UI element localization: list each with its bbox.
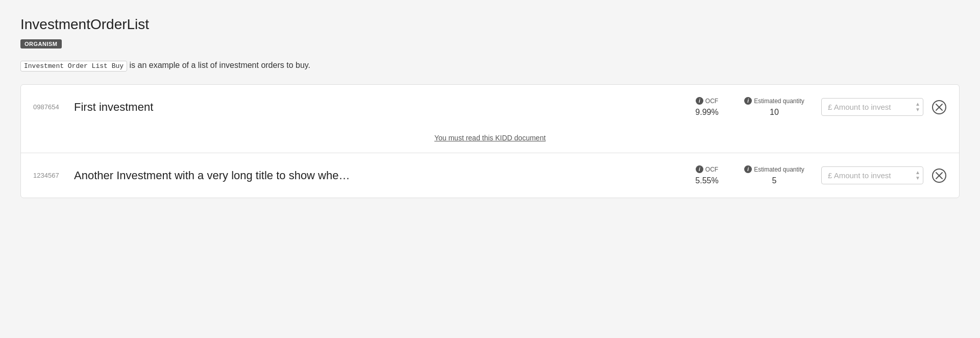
quantity-value-2: 5 bbox=[772, 176, 777, 185]
close-button-1[interactable] bbox=[932, 100, 947, 115]
row-main-1: 0987654 First investment i OCF 9.99% i E… bbox=[21, 85, 959, 129]
page-title: InvestmentOrderList bbox=[20, 16, 960, 33]
quantity-info-icon-2: i bbox=[744, 165, 752, 173]
investment-name-2: Another Investment with a very long titl… bbox=[74, 169, 687, 182]
investment-row: 0987654 First investment i OCF 9.99% i E… bbox=[21, 85, 959, 153]
investment-order-list: 0987654 First investment i OCF 9.99% i E… bbox=[20, 84, 960, 198]
amount-spinner-1: ▲ ▼ bbox=[915, 102, 920, 112]
quantity-label-1: i Estimated quantity bbox=[744, 97, 804, 105]
quantity-info-icon-1: i bbox=[744, 97, 752, 105]
page-description: Investment Order List Buy is an example … bbox=[20, 61, 960, 70]
quantity-label-2: i Estimated quantity bbox=[744, 165, 804, 173]
ocf-value-1: 9.99% bbox=[695, 108, 718, 117]
amount-input-wrap-1: ▲ ▼ bbox=[821, 98, 923, 116]
investment-name-1: First investment bbox=[74, 101, 687, 114]
quantity-section-1: i Estimated quantity 10 bbox=[744, 97, 805, 117]
ocf-section-2: i OCF 5.55% bbox=[687, 165, 727, 185]
code-snippet: Investment Order List Buy bbox=[20, 61, 127, 71]
spinner-up-2[interactable]: ▲ bbox=[915, 170, 920, 175]
row-main-2: 1234567 Another Investment with a very l… bbox=[21, 153, 959, 198]
amount-input-wrap-2: ▲ ▼ bbox=[821, 166, 923, 184]
kidd-link-row-1: You must read this KIDD document bbox=[21, 129, 959, 153]
amount-input-1[interactable] bbox=[821, 98, 923, 116]
ocf-value-2: 5.55% bbox=[695, 176, 718, 185]
quantity-value-1: 10 bbox=[770, 108, 779, 117]
investment-id-2: 1234567 bbox=[33, 172, 74, 179]
spinner-down-1[interactable]: ▼ bbox=[915, 107, 920, 112]
organism-badge: ORGANISM bbox=[20, 39, 62, 49]
investment-row-2: 1234567 Another Investment with a very l… bbox=[21, 153, 959, 198]
ocf-section-1: i OCF 9.99% bbox=[687, 97, 727, 117]
investment-id-1: 0987654 bbox=[33, 103, 74, 111]
ocf-label-2: i OCF bbox=[696, 165, 718, 173]
kidd-link-1[interactable]: You must read this KIDD document bbox=[434, 134, 546, 142]
ocf-label-1: i OCF bbox=[696, 97, 718, 105]
spinner-up-1[interactable]: ▲ bbox=[915, 102, 920, 107]
spinner-down-2[interactable]: ▼ bbox=[915, 176, 920, 181]
quantity-section-2: i Estimated quantity 5 bbox=[744, 165, 805, 185]
amount-input-2[interactable] bbox=[821, 166, 923, 184]
ocf-info-icon-2: i bbox=[696, 165, 703, 173]
ocf-info-icon-1: i bbox=[696, 97, 703, 105]
close-button-2[interactable] bbox=[932, 168, 947, 183]
amount-spinner-2: ▲ ▼ bbox=[915, 170, 920, 181]
